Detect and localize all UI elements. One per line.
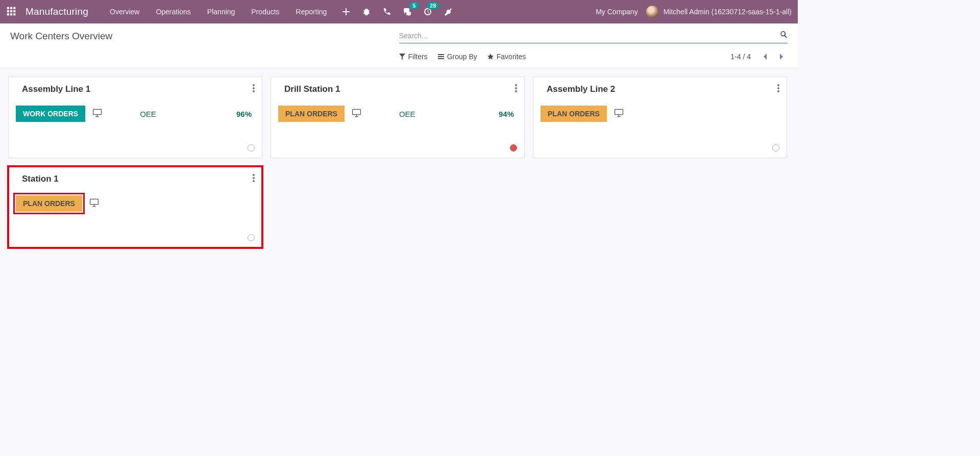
filter-icon bbox=[399, 54, 405, 60]
card-menu-icon[interactable] bbox=[253, 174, 255, 184]
svg-point-22 bbox=[253, 177, 255, 179]
search-bar[interactable] bbox=[399, 31, 788, 43]
card-title: Assembly Line 1 bbox=[22, 84, 255, 94]
phone-icon[interactable] bbox=[382, 7, 392, 17]
card-title: Drill Station 1 bbox=[284, 84, 517, 94]
top-navbar: Manufacturing Overview Operations Planni… bbox=[0, 0, 798, 23]
work-orders-button[interactable]: WORK ORDERS bbox=[16, 106, 85, 122]
svg-rect-20 bbox=[615, 109, 623, 114]
svg-rect-0 bbox=[7, 7, 9, 9]
nav-reporting[interactable]: Reporting bbox=[288, 0, 335, 23]
user-menu[interactable]: Mitchell Admin (16230712-saas-15-1-all) bbox=[664, 8, 792, 16]
svg-rect-16 bbox=[352, 109, 360, 114]
workcenter-card[interactable]: Drill Station 1PLAN ORDERSOEE94% bbox=[271, 77, 525, 158]
svg-rect-12 bbox=[93, 109, 102, 114]
svg-rect-8 bbox=[13, 13, 15, 15]
status-dot[interactable] bbox=[248, 234, 255, 241]
list-icon bbox=[438, 54, 444, 60]
svg-rect-6 bbox=[7, 13, 9, 15]
nav-products[interactable]: Products bbox=[243, 0, 287, 23]
card-menu-icon[interactable] bbox=[253, 84, 255, 94]
svg-rect-7 bbox=[10, 13, 12, 15]
messages-badge: 5 bbox=[409, 2, 419, 9]
svg-point-18 bbox=[777, 87, 779, 89]
svg-rect-3 bbox=[7, 10, 9, 12]
apps-icon[interactable] bbox=[6, 6, 26, 18]
svg-rect-2 bbox=[13, 7, 15, 9]
nav-icon-row: 5 28 bbox=[341, 7, 453, 17]
wrench-icon[interactable] bbox=[443, 7, 453, 17]
svg-point-19 bbox=[777, 90, 779, 92]
groupby-button[interactable]: Group By bbox=[438, 53, 477, 61]
svg-rect-4 bbox=[10, 10, 12, 12]
svg-rect-1 bbox=[10, 7, 12, 9]
status-dot[interactable] bbox=[772, 144, 779, 151]
status-dot[interactable] bbox=[248, 144, 255, 151]
workcenter-card[interactable]: Assembly Line 1WORK ORDERSOEE96% bbox=[8, 77, 262, 158]
plan-orders-button[interactable]: PLAN ORDERS bbox=[541, 106, 607, 122]
oee-value: 96% bbox=[236, 110, 252, 118]
svg-point-17 bbox=[777, 84, 779, 86]
kanban-view: Assembly Line 1WORK ORDERSOEE96%Drill St… bbox=[0, 68, 798, 256]
pager-prev[interactable] bbox=[759, 50, 771, 63]
nav-overview[interactable]: Overview bbox=[102, 0, 148, 23]
search-input[interactable] bbox=[399, 32, 780, 40]
card-title: Station 1 bbox=[22, 174, 255, 184]
svg-point-21 bbox=[253, 174, 255, 176]
monitor-icon[interactable] bbox=[352, 108, 361, 120]
svg-point-10 bbox=[253, 87, 255, 89]
company-selector[interactable]: My Company bbox=[596, 8, 638, 16]
activities-icon[interactable]: 28 bbox=[423, 7, 433, 17]
avatar[interactable] bbox=[646, 6, 658, 18]
workcenter-card[interactable]: Assembly Line 2PLAN ORDERS bbox=[533, 77, 787, 158]
nav-planning[interactable]: Planning bbox=[199, 0, 243, 23]
status-dot[interactable] bbox=[510, 144, 517, 151]
activities-badge: 28 bbox=[427, 2, 439, 9]
brand-title[interactable]: Manufacturing bbox=[26, 6, 88, 17]
nav-operations[interactable]: Operations bbox=[148, 0, 199, 23]
plus-icon[interactable] bbox=[341, 7, 351, 17]
messages-icon[interactable]: 5 bbox=[402, 7, 412, 17]
nav-links: Overview Operations Planning Products Re… bbox=[102, 0, 335, 23]
plan-orders-button[interactable]: PLAN ORDERS bbox=[278, 106, 345, 122]
pager: 1-4 / 4 bbox=[730, 50, 788, 63]
page-title: Work Centers Overview bbox=[10, 31, 399, 42]
filters-button[interactable]: Filters bbox=[399, 53, 428, 61]
card-title: Assembly Line 2 bbox=[547, 84, 779, 94]
monitor-icon[interactable] bbox=[92, 108, 102, 120]
svg-rect-5 bbox=[13, 10, 15, 12]
bug-icon[interactable] bbox=[361, 7, 372, 17]
favorites-button[interactable]: Favorites bbox=[487, 53, 526, 61]
svg-point-13 bbox=[515, 84, 517, 86]
card-menu-icon[interactable] bbox=[515, 84, 517, 94]
svg-point-11 bbox=[253, 90, 255, 92]
monitor-icon[interactable] bbox=[89, 198, 99, 210]
plan-orders-button[interactable]: PLAN ORDERS bbox=[16, 195, 82, 212]
pager-text: 1-4 / 4 bbox=[730, 53, 751, 61]
oee-label[interactable]: OEE bbox=[140, 110, 156, 118]
pager-next[interactable] bbox=[775, 50, 788, 63]
svg-point-14 bbox=[515, 87, 517, 89]
search-icon[interactable] bbox=[780, 31, 788, 40]
oee-label[interactable]: OEE bbox=[399, 110, 415, 118]
card-menu-icon[interactable] bbox=[777, 84, 779, 94]
oee-value: 94% bbox=[499, 110, 514, 118]
svg-point-23 bbox=[253, 180, 255, 182]
svg-rect-24 bbox=[90, 199, 98, 204]
star-icon bbox=[487, 54, 494, 60]
svg-point-9 bbox=[253, 84, 255, 86]
workcenter-card[interactable]: Station 1PLAN ORDERS bbox=[8, 166, 262, 248]
svg-point-15 bbox=[515, 90, 517, 92]
monitor-icon[interactable] bbox=[614, 108, 624, 120]
control-panel: Work Centers Overview Filters Group By F… bbox=[0, 23, 798, 68]
